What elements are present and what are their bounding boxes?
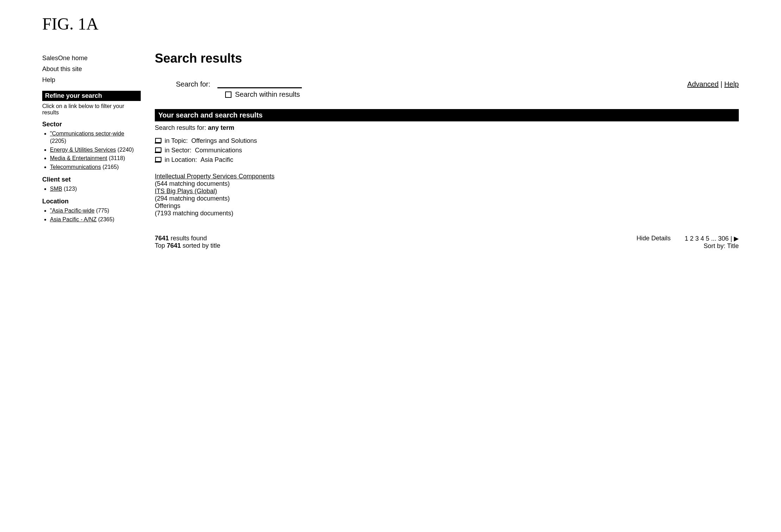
hide-details-toggle[interactable]: Hide Details [636, 235, 671, 242]
separator: | [720, 80, 724, 88]
search-help-link[interactable]: Help [724, 80, 739, 88]
search-label: Search for: [176, 80, 210, 88]
facet-title-clientset: Client set [42, 176, 141, 183]
related-title[interactable]: ITS Big Plays (Global) [155, 188, 217, 195]
search-input[interactable] [217, 80, 302, 88]
related-item[interactable]: Offerings (7193 matching documents) [155, 202, 739, 217]
facet-link[interactable]: SMB [50, 186, 62, 192]
facet-item[interactable]: "Communications sector-wide (2205) [50, 130, 141, 145]
results-header-bar: Your search and search results [155, 109, 739, 121]
results-for-prefix: Search results for: [155, 124, 206, 131]
facet-list-location: "Asia Pacific-wide (775) Asia Pacific - … [42, 207, 141, 223]
related-count: (544 matching documents) [155, 180, 230, 187]
remove-filter-icon[interactable] [155, 139, 161, 144]
facet-count: (123) [64, 186, 77, 192]
search-within-checkbox[interactable] [225, 91, 231, 98]
sorted-count: 7641 [167, 242, 181, 249]
crumb-prefix: in Location: [165, 156, 197, 164]
nav-help[interactable]: Help [42, 76, 141, 84]
related-count: (7193 matching documents) [155, 210, 233, 217]
facet-link[interactable]: Media & Entertainment [50, 155, 107, 161]
facet-link[interactable]: Energy & Utilities Services [50, 147, 116, 153]
remove-filter-icon[interactable] [155, 148, 161, 153]
refine-search-header: Refine your search [42, 91, 141, 101]
facet-item[interactable]: SMB (123) [50, 185, 141, 193]
advanced-link[interactable]: Advanced [687, 80, 719, 88]
facet-title-location: Location [42, 198, 141, 205]
page-title: Search results [155, 51, 739, 66]
facet-link[interactable]: Asia Pacific - A/NZ [50, 216, 96, 222]
pagination[interactable]: 1 2 3 4 5 ... 306 | ▶ [685, 235, 739, 242]
results-count-block: 7641 results found Top 7641 sorted by ti… [155, 235, 622, 249]
main-content: Search results Search for: Advanced | He… [155, 51, 739, 250]
refine-search-hint: Click on a link below to filter your res… [42, 103, 141, 116]
results-footer-bar: 7641 results found Top 7641 sorted by ti… [155, 235, 739, 250]
breadcrumb-filters: in Topic: Offerings and Solutions in Sec… [155, 137, 739, 164]
sorted-prefix: Top [155, 242, 165, 249]
related-item[interactable]: Intellectual Property Services Component… [155, 173, 739, 188]
results-count: 7641 [155, 235, 169, 242]
sorted-suffix: sorted by title [183, 242, 220, 249]
facet-item[interactable]: Media & Entertainment (3118) [50, 155, 141, 162]
results-for-term: any term [208, 124, 234, 131]
facet-item[interactable]: Telecommunications (2165) [50, 164, 141, 171]
breadcrumb-sector: in Sector: Communications [155, 147, 739, 154]
crumb-prefix: in Sector: [165, 147, 191, 154]
facet-count: (775) [96, 208, 109, 214]
facet-count: (2365) [98, 216, 114, 222]
facet-link[interactable]: "Communications sector-wide [50, 131, 124, 137]
layout-row: SalesOne home About this site Help Refin… [42, 51, 739, 250]
crumb-prefix: in Topic: [165, 137, 188, 145]
crumb-value: Offerings and Solutions [191, 137, 257, 145]
nav-about[interactable]: About this site [42, 65, 141, 73]
results-found-label: results found [171, 235, 207, 242]
pagination-block: 1 2 3 4 5 ... 306 | ▶ Sort by: Title [685, 235, 739, 250]
search-within-label: Search within results [235, 90, 300, 99]
related-count: (294 matching documents) [155, 195, 230, 202]
remove-filter-icon[interactable] [155, 158, 161, 163]
crumb-value: Asia Pacific [201, 156, 233, 164]
related-title-plain[interactable]: Offerings [155, 202, 180, 209]
search-row: Search for: Advanced | Help [155, 80, 739, 88]
facet-link[interactable]: "Asia Pacific-wide [50, 208, 95, 214]
related-title[interactable]: Intellectual Property Services Component… [155, 173, 274, 180]
facet-list-clientset: SMB (123) [42, 185, 141, 193]
facet-count: (2165) [102, 164, 119, 170]
breadcrumb-topic: in Topic: Offerings and Solutions [155, 137, 739, 145]
related-item[interactable]: ITS Big Plays (Global) (294 matching doc… [155, 188, 739, 202]
results-for-line: Search results for: any term [155, 124, 739, 132]
related-results: Intellectual Property Services Component… [155, 173, 739, 217]
facet-list-sector: "Communications sector-wide (2205) Energ… [42, 130, 141, 171]
facet-title-sector: Sector [42, 121, 141, 128]
nav-home[interactable]: SalesOne home [42, 55, 141, 62]
facet-item[interactable]: Energy & Utilities Services (2240) [50, 146, 141, 154]
figure-label: FIG. 1A [42, 14, 739, 33]
crumb-value: Communications [195, 147, 242, 154]
search-within-row: Search within results [225, 90, 739, 99]
sort-by[interactable]: Sort by: Title [685, 242, 739, 250]
facet-link[interactable]: Telecommunications [50, 164, 101, 170]
facet-count: (2205) [50, 138, 66, 144]
breadcrumb-location: in Location: Asia Pacific [155, 156, 739, 164]
sidebar: SalesOne home About this site Help Refin… [42, 51, 141, 250]
facet-item[interactable]: Asia Pacific - A/NZ (2365) [50, 216, 141, 223]
facet-count: (2240) [118, 147, 134, 153]
facet-count: (3118) [109, 155, 125, 161]
facet-item[interactable]: "Asia Pacific-wide (775) [50, 207, 141, 215]
